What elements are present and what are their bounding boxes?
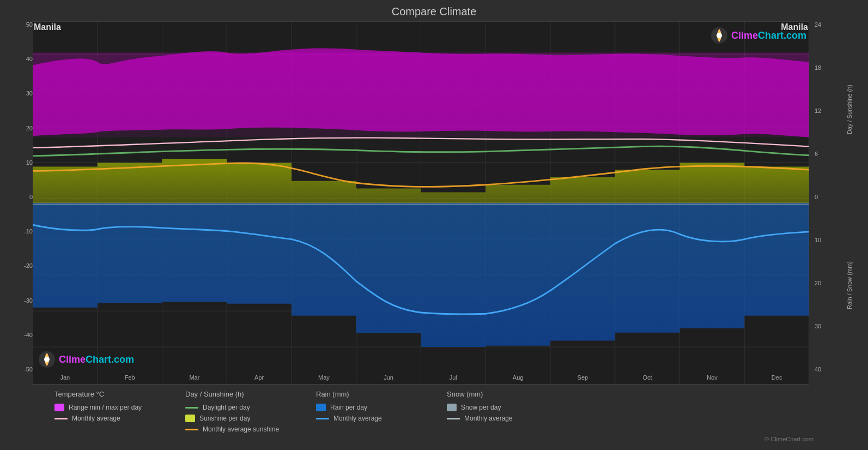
svg-point-3 bbox=[44, 357, 50, 362]
x-tick-sep: Sep bbox=[550, 374, 615, 385]
legend-title-rain: Rain (mm) bbox=[316, 390, 425, 398]
copyright: © ClimeChart.com bbox=[11, 436, 857, 445]
logo-text-top: ClimeChart.com bbox=[731, 30, 806, 41]
legend-item-temp-avg: Monthly average bbox=[54, 415, 163, 422]
right-label-sunshine: Day / Sunshine (h) bbox=[846, 85, 853, 134]
x-tick-jan: Jan bbox=[33, 374, 98, 385]
legend-title-temp: Temperature °C bbox=[54, 390, 163, 398]
city-label-left: Manila bbox=[34, 22, 61, 32]
legend-swatch-sunshine-avg bbox=[185, 429, 198, 430]
logo-text-bottom: ClimeChart.com bbox=[59, 354, 134, 365]
svg-point-1 bbox=[717, 33, 722, 38]
right-label-rain: Rain / Snow (mm) bbox=[846, 261, 853, 309]
logo-icon-top bbox=[711, 27, 728, 44]
legend-title-sunshine: Day / Sunshine (h) bbox=[185, 390, 294, 398]
x-axis: Jan Feb Mar Apr May Jun Jul Aug Sep Oct … bbox=[33, 373, 809, 385]
legend-swatch-daylight bbox=[185, 407, 198, 409]
legend-group-rain: Rain (mm) Rain per day Monthly average bbox=[316, 390, 425, 433]
x-tick-oct: Oct bbox=[615, 374, 680, 385]
chart-area: Manila Manila ClimeChart.com bbox=[33, 21, 809, 385]
logo-top-right: ClimeChart.com bbox=[711, 27, 806, 44]
x-tick-jun: Jun bbox=[356, 374, 421, 385]
legend-swatch-sunshine bbox=[185, 415, 195, 422]
legend-group-snow: Snow (mm) Snow per day Monthly average bbox=[447, 390, 556, 433]
legend-item-daylight: Daylight per day bbox=[185, 404, 294, 411]
legend-item-sunshine-avg: Monthly average sunshine bbox=[185, 425, 294, 433]
legend-item-sunshine-day: Sunshine per day bbox=[185, 415, 294, 422]
x-tick-feb: Feb bbox=[98, 374, 162, 385]
legend-swatch-rain bbox=[316, 404, 326, 411]
x-tick-mar: Mar bbox=[162, 374, 227, 385]
page-title: Compare Climate bbox=[11, 5, 857, 18]
legend-swatch-temp-range bbox=[54, 404, 64, 411]
x-tick-jul: Jul bbox=[421, 374, 486, 385]
legend-swatch-temp-avg bbox=[54, 418, 68, 419]
x-tick-dec: Dec bbox=[744, 374, 809, 385]
svg-rect-27 bbox=[33, 52, 809, 137]
legend-swatch-rain-avg bbox=[316, 418, 329, 419]
main-chart-svg bbox=[33, 21, 809, 385]
legend-item-snow-day: Snow per day bbox=[447, 404, 556, 411]
legend-item-rain-day: Rain per day bbox=[316, 404, 425, 411]
x-tick-aug: Aug bbox=[485, 374, 550, 385]
logo-icon-bottom bbox=[38, 351, 56, 368]
legend-item-temp-range: Range min / max per day bbox=[54, 404, 163, 411]
legend-group-temperature: Temperature °C Range min / max per day M… bbox=[54, 390, 163, 433]
legend-item-rain-avg: Monthly average bbox=[316, 415, 425, 422]
legend-group-sunshine: Day / Sunshine (h) Daylight per day Suns… bbox=[185, 390, 294, 433]
x-tick-nov: Nov bbox=[680, 374, 745, 385]
logo-bottom-left: ClimeChart.com bbox=[38, 351, 134, 368]
x-tick-may: May bbox=[292, 374, 356, 385]
x-tick-apr: Apr bbox=[227, 374, 292, 385]
y-axis-right-sunshine: 24 18 12 6 0 10 20 30 40 bbox=[809, 21, 842, 385]
legend-area: Temperature °C Range min / max per day M… bbox=[11, 385, 857, 436]
y-axis-left: 50 40 30 20 10 0 -10 -20 -30 -40 -50 bbox=[11, 21, 33, 385]
legend-swatch-snow-avg bbox=[447, 418, 460, 419]
legend-swatch-snow bbox=[447, 404, 457, 411]
legend-item-snow-avg: Monthly average bbox=[447, 415, 556, 422]
legend-title-snow: Snow (mm) bbox=[447, 390, 556, 398]
